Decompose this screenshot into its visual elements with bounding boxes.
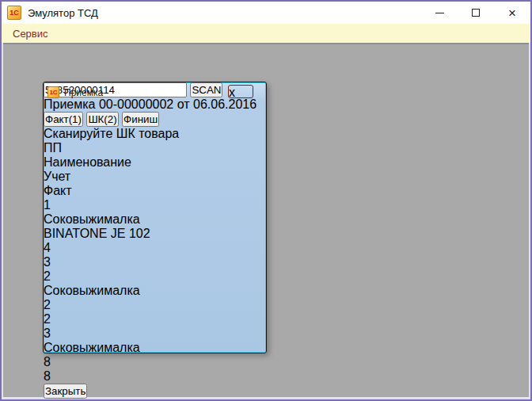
col-header-pp: ПП	[44, 141, 266, 155]
close-icon: ×	[508, 6, 516, 20]
col-header-fakt: Факт	[44, 184, 266, 198]
table-row-cell-name[interactable]: Соковыжималка	[44, 284, 266, 298]
table-row-cell-uchet[interactable]: 8	[44, 355, 266, 369]
table-row-cell-pp[interactable]: 3	[44, 327, 266, 341]
item-name-line1: Соковыжималка	[44, 212, 266, 227]
finish-button[interactable]: Финиш	[122, 112, 159, 127]
title-bar: 1С Эмулятор ТСД ×	[2, 2, 530, 24]
zakryt-button[interactable]: Закрыть	[44, 384, 87, 399]
table-row-cell-pp[interactable]: 2	[44, 269, 266, 284]
table-row-cell-fakt[interactable]: 3	[44, 255, 266, 269]
table-row-cell-name-selected[interactable]: Соковыжималка BINATONE JE 102	[44, 212, 266, 241]
item-name-line2: BINATONE JE 102	[44, 227, 266, 241]
app-window: 1С Эмулятор ТСД × Сервис 1С Приемка x SC…	[0, 0, 532, 401]
minimize-icon	[435, 13, 444, 13]
window-controls: ×	[421, 2, 530, 24]
minimize-button[interactable]	[421, 2, 458, 24]
fact-button[interactable]: Факт(1)	[44, 112, 83, 127]
menu-bar: Сервис	[2, 24, 530, 43]
dialog-logo-icon: 1С	[48, 86, 59, 98]
dialog-title: Приемка	[64, 87, 103, 98]
maximize-button[interactable]	[458, 2, 494, 24]
table-row-cell-fakt[interactable]: 8	[44, 369, 266, 384]
scan-prompt: Сканируйте ШК товара	[44, 127, 266, 141]
app-logo-icon: 1С	[7, 6, 21, 20]
shk-button[interactable]: ШК(2)	[86, 112, 118, 127]
menu-item-servis[interactable]: Сервис	[13, 28, 48, 40]
table-row-cell-name[interactable]: Соковыжималка	[44, 341, 266, 355]
col-header-name: Наименование	[44, 155, 266, 170]
col-header-uchet: Учет	[44, 170, 266, 184]
close-button[interactable]: ×	[494, 2, 530, 24]
window-title: Эмулятор ТСД	[28, 7, 98, 19]
table-row-cell-fakt[interactable]: 2	[44, 312, 266, 327]
maximize-icon	[472, 9, 480, 17]
items-table: ПП Наименование Учет Факт 1 Соковыжималк…	[44, 141, 266, 384]
table-row-cell-uchet[interactable]: 2	[44, 298, 266, 312]
table-row-cell-pp[interactable]: 1	[44, 198, 266, 212]
dialog-close-button[interactable]: x	[228, 85, 253, 98]
priemka-dialog: 1С Приемка x SCAN Приемка 00-00000002 от…	[43, 82, 267, 353]
table-row-cell-uchet[interactable]: 4	[44, 241, 266, 255]
